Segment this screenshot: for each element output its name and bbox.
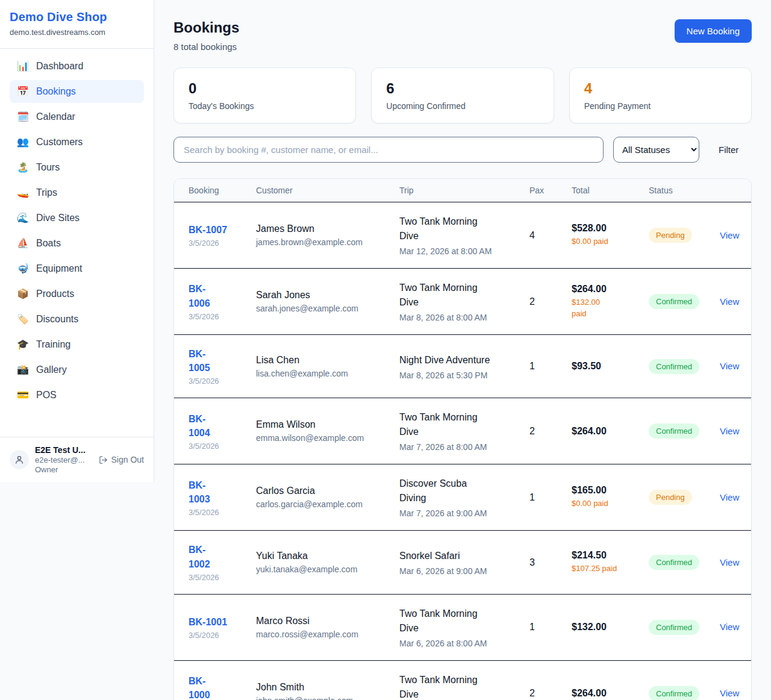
table-row: BK-1001 3/5/2026 Marco Rossi marco.rossi… <box>174 595 751 661</box>
col-customer: Customer <box>256 179 399 202</box>
sidebar-item-pos[interactable]: 💳 POS <box>10 384 144 407</box>
booking-date: 3/5/2026 <box>189 573 250 582</box>
brand-link[interactable]: Demo Dive Shop demo.test.divestreams.com <box>0 0 154 49</box>
total-amount: $165.00 <box>572 485 643 496</box>
customer-name: Carlos Garcia <box>256 486 393 496</box>
sidebar-item-products[interactable]: 📦 Products <box>10 283 144 305</box>
status-badge: Pending <box>649 490 692 505</box>
customer-name: Lisa Chen <box>256 355 393 366</box>
trip-time: Mar 8, 2026 at 5:30 PM <box>399 370 523 380</box>
sidebar-item-trips[interactable]: 🚤 Trips <box>10 181 144 204</box>
status-badge: Confirmed <box>649 294 699 309</box>
sidebar-item-equipment[interactable]: 🤿 Equipment <box>10 257 144 280</box>
paid-amount: $0.00 paid <box>572 236 643 248</box>
sidebar-item-tours[interactable]: 🏝️ Tours <box>10 156 144 179</box>
user-icon <box>14 455 24 464</box>
view-link[interactable]: View <box>720 296 739 307</box>
view-link[interactable]: View <box>720 557 739 567</box>
customer-email: yuki.tanaka@example.com <box>256 564 393 574</box>
table-row: BK- 1002 3/5/2026 Yuki Tanaka yuki.tanak… <box>174 531 751 594</box>
booking-id-link[interactable]: BK- 1005 <box>189 347 250 375</box>
sidebar-item-dashboard[interactable]: 📊 Dashboard <box>10 55 144 78</box>
trip-name: Night Dive Adventure <box>399 353 523 367</box>
booking-id-link[interactable]: BK- 1004 <box>189 412 250 440</box>
status-badge: Confirmed <box>649 555 699 570</box>
sidebar-item-label: Discounts <box>36 314 78 325</box>
booking-id-link[interactable]: BK- 1006 <box>189 282 250 310</box>
booking-id-link[interactable]: BK- 1003 <box>189 478 250 506</box>
trip-time: Mar 12, 2026 at 8:00 AM <box>399 246 523 256</box>
trip-name: Two Tank Morning Dive <box>399 673 523 700</box>
pax-count: 3 <box>529 557 535 567</box>
stat-label: Pending Payment <box>584 101 737 111</box>
sidebar-item-training[interactable]: 🎓 Training <box>10 333 144 356</box>
table-row: BK- 1000 3/5/2026 John Smith john.smith@… <box>174 661 751 700</box>
view-link[interactable]: View <box>720 426 739 436</box>
customer-email: marco.rossi@example.com <box>256 630 393 639</box>
view-link[interactable]: View <box>720 492 739 502</box>
avatar <box>10 450 29 469</box>
view-link[interactable]: View <box>720 622 739 632</box>
table-row: BK- 1006 3/5/2026 Sarah Jones sarah.jone… <box>174 269 751 335</box>
pax-count: 2 <box>529 426 535 436</box>
booking-id-link[interactable]: BK- 1000 <box>189 674 250 700</box>
sidebar-item-label: Dashboard <box>36 61 83 72</box>
booking-id-link[interactable]: BK- 1002 <box>189 543 250 570</box>
sidebar-user-footer: E2E Test U... e2e-tester@... Owner Sign … <box>0 437 154 482</box>
sign-out-button[interactable]: Sign Out <box>99 455 144 464</box>
customer-email: carlos.garcia@example.com <box>256 499 393 509</box>
nav-item-icon: 💳 <box>17 390 29 400</box>
stat-value: 6 <box>386 80 538 97</box>
customer-name: Sarah Jones <box>256 290 393 301</box>
nav-item-icon: 🌊 <box>17 213 29 223</box>
status-select[interactable]: All Statuses <box>613 137 699 163</box>
customer-email: lisa.chen@example.com <box>256 369 393 378</box>
sidebar-item-discounts[interactable]: 🏷️ Discounts <box>10 308 144 331</box>
nav-item-icon: 📅 <box>17 87 29 96</box>
pax-count: 1 <box>529 492 535 502</box>
sidebar-item-bookings[interactable]: 📅 Bookings <box>10 80 144 103</box>
paid-amount: $132.00 paid <box>572 297 643 320</box>
customer-name: James Brown <box>256 223 393 234</box>
col-pax: Pax <box>529 179 572 202</box>
sidebar-item-label: Equipment <box>36 263 83 274</box>
paid-amount: $0.00 paid <box>572 498 643 510</box>
sidebar-item-boats[interactable]: ⛵ Boats <box>10 232 144 255</box>
customer-name: Emma Wilson <box>256 419 393 430</box>
table-row: BK- 1005 3/5/2026 Lisa Chen lisa.chen@ex… <box>174 335 751 398</box>
table-row: BK-1007 3/5/2026 James Brown james.brown… <box>174 202 751 269</box>
sidebar-item-dive-sites[interactable]: 🌊 Dive Sites <box>10 207 144 230</box>
page-header: Bookings 8 total bookings New Booking <box>173 19 752 52</box>
sidebar-item-label: Bookings <box>36 86 76 97</box>
status-badge: Pending <box>649 228 692 243</box>
sidebar-item-customers[interactable]: 👥 Customers <box>10 131 144 154</box>
customer-name: Yuki Tanaka <box>256 551 393 561</box>
sidebar-item-calendar[interactable]: 🗓️ Calendar <box>10 105 144 128</box>
filter-button[interactable]: Filter <box>719 145 738 155</box>
booking-id-link[interactable]: BK-1007 <box>189 223 250 237</box>
total-amount: $264.00 <box>572 688 643 699</box>
stat-value: 0 <box>189 80 341 97</box>
bookings-table: Booking Customer Trip Pax Total Status B… <box>173 178 752 700</box>
pax-count: 2 <box>529 688 535 698</box>
sidebar-item-label: Gallery <box>36 364 67 375</box>
customer-email: emma.wilson@example.com <box>256 433 393 443</box>
trip-time: Mar 8, 2026 at 8:00 AM <box>399 313 523 322</box>
booking-date: 3/5/2026 <box>189 508 250 517</box>
sidebar-item-label: Dive Sites <box>36 213 80 223</box>
view-link[interactable]: View <box>720 688 739 698</box>
page-title: Bookings <box>173 19 239 36</box>
nav-item-icon: 🏷️ <box>17 314 29 324</box>
pax-count: 1 <box>529 361 535 371</box>
customer-name: John Smith <box>256 682 393 693</box>
new-booking-button[interactable]: New Booking <box>675 19 752 43</box>
nav-item-icon: 🗓️ <box>17 112 29 122</box>
view-link[interactable]: View <box>720 230 739 240</box>
sidebar-item-gallery[interactable]: 📸 Gallery <box>10 358 144 381</box>
booking-id-link[interactable]: BK-1001 <box>189 615 250 629</box>
view-link[interactable]: View <box>720 361 739 371</box>
user-role: Owner <box>35 465 93 474</box>
stat-label: Upcoming Confirmed <box>386 101 538 111</box>
search-input[interactable] <box>173 137 604 163</box>
booking-date: 3/5/2026 <box>189 312 250 321</box>
